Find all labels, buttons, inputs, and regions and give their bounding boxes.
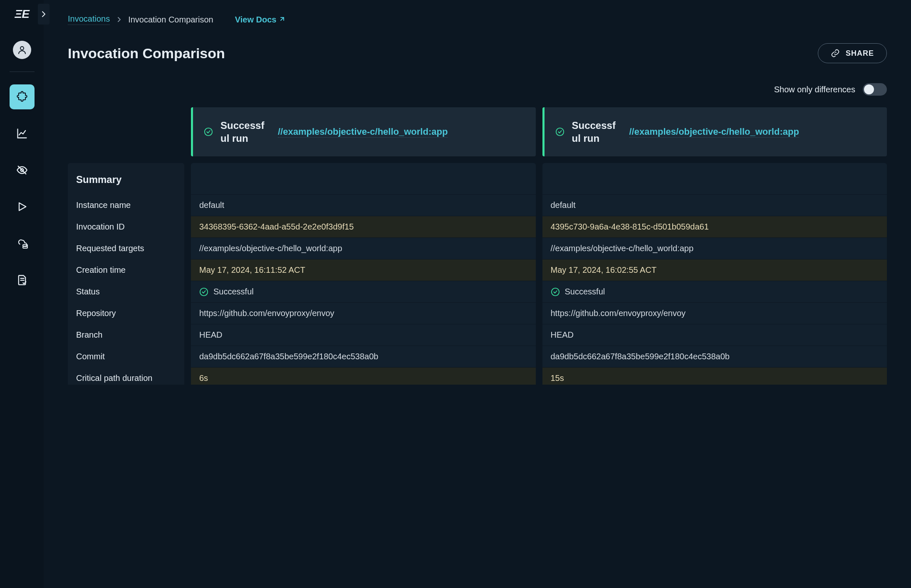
view-docs-link[interactable]: View Docs — [235, 15, 285, 25]
sidebar: ΞE — [0, 0, 44, 588]
chevron-right-icon — [42, 11, 46, 17]
svg-point-4 — [205, 128, 212, 136]
summary-heading: Summary — [68, 163, 184, 195]
play-icon — [16, 201, 28, 212]
breadcrumb-root[interactable]: Invocations — [68, 14, 110, 25]
check-circle-icon — [551, 287, 560, 296]
puzzle-icon — [16, 91, 28, 103]
check-circle-icon — [555, 127, 564, 136]
app-logo: ΞE — [15, 7, 29, 21]
table-cell: //examples/objective-c/hello_world:app — [191, 238, 536, 259]
table-cell: default — [191, 195, 536, 216]
user-avatar[interactable] — [13, 41, 31, 59]
external-link-icon — [279, 17, 285, 22]
run-status-text: Successful run — [572, 119, 622, 145]
table-cell: Successful — [542, 281, 887, 303]
svg-rect-3 — [23, 247, 27, 248]
table-cell: HEAD — [542, 324, 887, 346]
nav-cloud[interactable] — [10, 231, 35, 256]
cloud-data-icon — [16, 237, 28, 249]
table-cell: Successful — [191, 281, 536, 303]
share-button-label: SHARE — [846, 49, 874, 58]
eye-off-icon — [16, 164, 28, 176]
table-cell: May 17, 2024, 16:02:55 ACT — [542, 259, 887, 281]
table-cell: //examples/objective-c/hello_world:app — [542, 238, 887, 259]
check-circle-icon — [199, 287, 208, 296]
nav-hidden[interactable] — [10, 158, 35, 183]
row-label: Requested targets — [68, 238, 184, 259]
table-cell: da9db5dc662a67f8a35be599e2f180c4ec538a0b — [542, 346, 887, 368]
share-button[interactable]: SHARE — [818, 43, 887, 63]
row-label: Branch — [68, 324, 184, 346]
run-header: Successful run//examples/objective-c/hel… — [542, 107, 887, 156]
nav-builds[interactable] — [10, 84, 35, 109]
svg-point-6 — [556, 128, 563, 136]
table-cell: https://github.com/envoyproxy/envoy — [542, 303, 887, 324]
row-label: Critical path duration — [68, 368, 184, 385]
nav-reports[interactable] — [10, 267, 35, 292]
view-docs-label: View Docs — [235, 15, 277, 25]
run-header: Successful run//examples/objective-c/hel… — [191, 107, 536, 156]
summary-heading-spacer — [191, 163, 536, 195]
sidebar-divider — [10, 72, 35, 72]
chevron-right-icon — [117, 17, 121, 22]
link-icon — [831, 49, 840, 58]
row-label: Repository — [68, 303, 184, 324]
nav-run[interactable] — [10, 194, 35, 219]
svg-point-5 — [200, 288, 208, 295]
check-circle-icon — [204, 127, 213, 136]
table-cell: May 17, 2024, 16:11:52 ACT — [191, 259, 536, 281]
table-cell: https://github.com/envoyproxy/envoy — [191, 303, 536, 324]
sidebar-expand-button[interactable] — [38, 4, 50, 25]
table-cell: HEAD — [191, 324, 536, 346]
row-label: Instance name — [68, 195, 184, 216]
run-status-text: Successful run — [220, 119, 270, 145]
document-check-icon — [16, 274, 28, 286]
page-title: Invocation Comparison — [68, 45, 225, 62]
toggle-label: Show only differences — [774, 85, 855, 94]
toggle-knob — [864, 84, 874, 94]
breadcrumb-current: Invocation Comparison — [128, 15, 213, 25]
row-label: Invocation ID — [68, 216, 184, 238]
svg-point-0 — [20, 47, 24, 50]
table-cell: 15s — [542, 368, 887, 385]
summary-heading-spacer — [542, 163, 887, 195]
table-cell: 34368395-6362-4aad-a55d-2e2e0f3d9f15 — [191, 216, 536, 238]
table-cell: 6s — [191, 368, 536, 385]
run-target-link[interactable]: //examples/objective-c/hello_world:app — [278, 124, 448, 139]
show-differences-toggle[interactable] — [863, 83, 887, 96]
row-label: Status — [68, 281, 184, 303]
run-target-link[interactable]: //examples/objective-c/hello_world:app — [629, 124, 799, 139]
table-cell: default — [542, 195, 887, 216]
nav-analytics[interactable] — [10, 121, 35, 146]
breadcrumb: Invocations Invocation Comparison View D… — [68, 14, 887, 25]
chart-line-icon — [16, 128, 28, 139]
table-cell: 4395c730-9a6a-4e38-815c-d501b059da61 — [542, 216, 887, 238]
row-label: Commit — [68, 346, 184, 368]
person-icon — [17, 45, 27, 55]
svg-point-7 — [551, 288, 559, 295]
table-cell: da9db5dc662a67f8a35be599e2f180c4ec538a0b — [191, 346, 536, 368]
row-label: Creation time — [68, 259, 184, 281]
